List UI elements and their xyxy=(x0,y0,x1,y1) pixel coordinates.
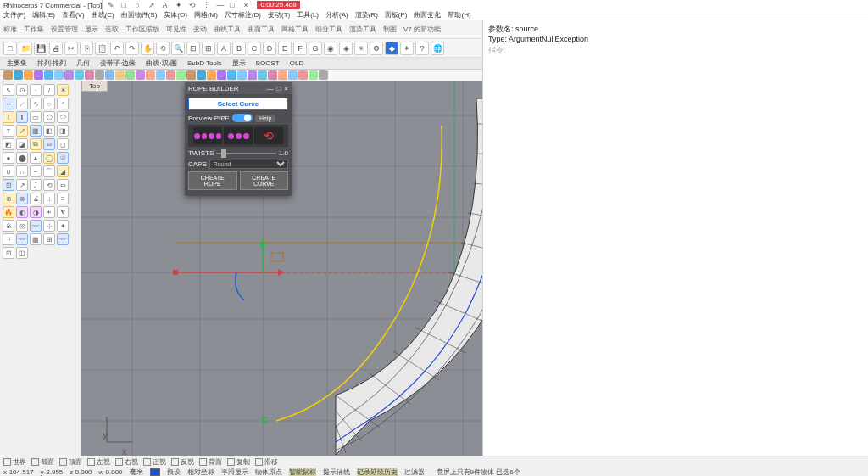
tab-curve[interactable]: 曲线·双/图 xyxy=(146,59,176,68)
tool-copy[interactable]: ⎘ xyxy=(80,42,93,55)
tab-arrange[interactable]: 排列·排列 xyxy=(37,59,66,68)
ic-22[interactable] xyxy=(217,70,226,80)
chk-back[interactable] xyxy=(171,458,179,466)
menu-analyze[interactable]: 分析(A) xyxy=(326,10,348,20)
panel-header[interactable]: ROPE BUILDER — □ × xyxy=(185,82,292,94)
ic-1[interactable] xyxy=(3,70,13,80)
tool-new[interactable]: □ xyxy=(3,42,17,55)
st-a1[interactable]: ∡ xyxy=(30,193,42,204)
ic-29[interactable] xyxy=(288,70,298,80)
tog-obj[interactable]: 物体原点 xyxy=(255,468,282,477)
chk-copy[interactable] xyxy=(227,458,235,466)
st-bool3[interactable]: − xyxy=(30,165,42,177)
ic-20[interactable] xyxy=(197,70,206,80)
st-srf2[interactable]: ◨ xyxy=(57,125,69,137)
st-offset[interactable]: ⫿ xyxy=(16,111,28,123)
menu-tools[interactable]: 工具(L) xyxy=(297,10,319,20)
rope-builder-panel[interactable]: ROPE BUILDER — □ × Select Curve Preview … xyxy=(185,82,292,196)
menu-dimension[interactable]: 尺寸标注(D) xyxy=(225,10,261,20)
st-m2[interactable]: ⤴ xyxy=(30,179,42,191)
menu-help[interactable]: 帮助(H) xyxy=(448,10,470,20)
nav-icon[interactable]: ↗ xyxy=(148,1,157,9)
tool-zoom-ext[interactable]: ⊡ xyxy=(186,42,200,55)
tog-rec[interactable]: 记录延续历史 xyxy=(357,468,398,477)
chk-right[interactable] xyxy=(115,458,123,466)
st-wav3[interactable]: 〰 xyxy=(57,233,69,245)
tog-smart[interactable]: 智能鼠标 xyxy=(289,468,316,477)
tab-subd[interactable]: SubD Tools xyxy=(187,59,222,67)
a-icon[interactable]: A xyxy=(162,1,170,9)
st-circle[interactable]: ○ xyxy=(43,98,55,109)
menu-panels[interactable]: 面板(P) xyxy=(385,10,408,20)
tool-undo[interactable]: ↶ xyxy=(110,42,124,55)
ic-2[interactable] xyxy=(14,70,23,80)
menu-transform[interactable]: 变动(T) xyxy=(268,10,290,20)
minimize-icon[interactable]: — xyxy=(216,1,225,9)
tab-display[interactable]: 显示 xyxy=(232,59,246,68)
st-cyl[interactable]: ⬤ xyxy=(16,152,28,164)
ic-21[interactable] xyxy=(207,70,216,80)
st-ellipse[interactable]: ⬭ xyxy=(57,111,69,123)
menu-surface-change[interactable]: 曲面变化 xyxy=(414,10,441,20)
maximize-icon[interactable]: □ xyxy=(230,1,238,9)
tab-edge[interactable]: 变带子·边缘 xyxy=(100,59,136,68)
ic-13[interactable] xyxy=(125,70,135,80)
curved-surface[interactable] xyxy=(336,98,482,455)
blue-icon[interactable]: ⋮ xyxy=(203,1,211,9)
tool-j[interactable]: ☀ xyxy=(354,42,368,55)
ic-24[interactable] xyxy=(237,70,247,80)
ic-3[interactable] xyxy=(24,70,33,80)
st-line[interactable]: / xyxy=(43,84,55,96)
ic-32[interactable] xyxy=(319,70,328,80)
st-curve[interactable]: ∿ xyxy=(30,98,42,109)
panel-close-icon[interactable]: × xyxy=(284,85,288,92)
panel-minimize-icon[interactable]: — xyxy=(266,85,273,92)
st-m6[interactable]: ⊗ xyxy=(16,193,28,204)
st-hatch[interactable]: ▦ xyxy=(30,125,42,137)
chk-left[interactable] xyxy=(87,458,95,466)
st-f1[interactable]: ⊡ xyxy=(3,247,14,259)
st-f2[interactable]: ◫ xyxy=(16,247,28,259)
st-srf3[interactable]: ◩ xyxy=(3,138,14,150)
st-box[interactable]: ◻ xyxy=(57,138,69,150)
tog-filt[interactable]: 过滤器 xyxy=(404,468,425,477)
tool-pan[interactable]: ✋ xyxy=(141,42,154,55)
panel-maximize-icon[interactable]: □ xyxy=(276,85,281,92)
close-icon[interactable]: × xyxy=(243,1,252,9)
st-a2[interactable]: ⟂ xyxy=(43,193,55,204)
tool-redo[interactable]: ↷ xyxy=(125,42,139,55)
tool-open[interactable]: 📁 xyxy=(19,42,32,55)
select-curve-button[interactable]: Select Curve xyxy=(188,98,288,110)
tool-g[interactable]: G xyxy=(309,42,322,55)
tool-o[interactable]: 🌐 xyxy=(431,42,444,55)
chk-top[interactable] xyxy=(59,458,67,466)
st-p2[interactable]: ◑ xyxy=(30,206,42,218)
chk-world[interactable] xyxy=(3,458,11,466)
ic-31[interactable] xyxy=(309,70,318,80)
st-bool2[interactable]: ∩ xyxy=(16,165,28,177)
chk-slide[interactable] xyxy=(255,458,263,466)
ic-17[interactable] xyxy=(166,70,175,80)
tool-rotate[interactable]: ⟲ xyxy=(156,42,170,55)
st-arc[interactable]: ◜ xyxy=(57,98,69,109)
ic-14[interactable] xyxy=(136,70,145,80)
ic-15[interactable] xyxy=(146,70,155,80)
menu-view[interactable]: 查看(V) xyxy=(62,10,85,20)
ic-28[interactable] xyxy=(278,70,287,80)
tool-save[interactable]: 💾 xyxy=(34,42,47,55)
st-grid2[interactable]: ⊞ xyxy=(43,233,55,245)
shape-swirl[interactable]: ⟲ xyxy=(254,127,283,144)
tool-b[interactable]: B xyxy=(232,42,246,55)
ic-26[interactable] xyxy=(258,70,267,80)
tool-cut[interactable]: ✂ xyxy=(64,42,78,55)
ic-5[interactable] xyxy=(44,70,53,80)
st-srfa[interactable]: ⧉ xyxy=(30,138,42,150)
st-d4[interactable]: ◎ xyxy=(16,220,28,232)
st-e2[interactable]: ✦ xyxy=(57,220,69,232)
tool-c[interactable]: C xyxy=(248,42,261,55)
ic-19[interactable] xyxy=(186,70,196,80)
st-move[interactable]: ↔ xyxy=(3,98,14,109)
shape-chain[interactable] xyxy=(193,127,222,144)
ic-10[interactable] xyxy=(95,70,104,80)
pencil-icon[interactable]: ✎ xyxy=(108,1,116,9)
